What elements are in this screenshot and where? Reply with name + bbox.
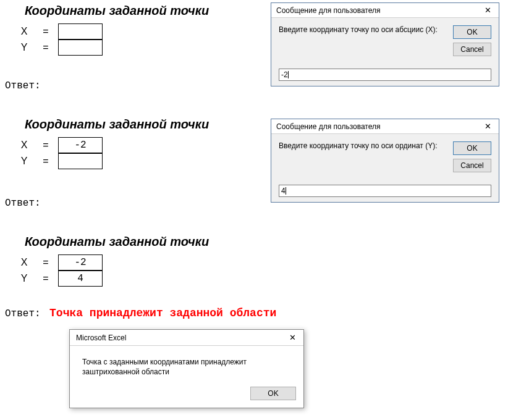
x-value-cell-1[interactable] bbox=[58, 23, 103, 40]
close-icon[interactable]: ✕ bbox=[476, 120, 499, 133]
answer-text-3: Точка принадлежит заданной области bbox=[49, 307, 276, 319]
ok-button[interactable]: OK bbox=[453, 141, 491, 155]
answer-label-1: Ответ: bbox=[5, 80, 41, 91]
input-dialog-2: Сообщение для пользователя ✕ Введите коо… bbox=[271, 119, 499, 203]
eq-label-3x: = bbox=[33, 257, 58, 268]
dialog-prompt-1: Введите координату точку по оси абсциис … bbox=[279, 25, 438, 34]
dialog-prompt-2: Введите координату точку по оси ординат … bbox=[279, 141, 438, 150]
answer-label-2: Ответ: bbox=[5, 198, 41, 209]
y-label-3: Y bbox=[15, 273, 33, 284]
x-label-2: X bbox=[15, 140, 33, 151]
input-dialog-1: Сообщение для пользователя ✕ Введите коо… bbox=[271, 2, 499, 86]
y-value-cell-1[interactable] bbox=[58, 40, 103, 56]
cancel-button[interactable]: Cancel bbox=[453, 43, 491, 56]
ok-button[interactable]: OK bbox=[453, 25, 491, 39]
x-value-cell-3[interactable]: -2 bbox=[58, 254, 103, 271]
dialog-title-1: Сообщение для пользователя bbox=[276, 6, 380, 15]
x-label-1: X bbox=[15, 26, 33, 37]
y-label-1: Y bbox=[15, 42, 33, 53]
y-value-cell-3[interactable]: 4 bbox=[58, 271, 103, 287]
dialog-title-2: Сообщение для пользователя bbox=[276, 122, 380, 131]
x-label-3: X bbox=[15, 257, 33, 268]
heading-coordinates-2: Координаты заданной точки bbox=[25, 117, 209, 132]
messagebox: Microsoft Excel ✕ Точка с заданными коор… bbox=[69, 329, 304, 408]
dialog-input-1[interactable]: -2 bbox=[279, 69, 491, 81]
x-value-cell-2[interactable]: -2 bbox=[58, 137, 103, 153]
heading-coordinates-3: Координаты заданной точки bbox=[25, 235, 209, 249]
messagebox-title: Microsoft Excel bbox=[76, 334, 126, 342]
close-icon[interactable]: ✕ bbox=[476, 4, 499, 17]
eq-label-3y: = bbox=[33, 273, 58, 284]
dialog-input-2[interactable]: 4 bbox=[279, 185, 491, 197]
dialog-input-value-1: -2 bbox=[281, 70, 288, 79]
close-icon[interactable]: ✕ bbox=[281, 331, 303, 345]
ok-button[interactable]: OK bbox=[250, 387, 296, 400]
heading-coordinates-1: Координаты заданной точки bbox=[25, 4, 209, 18]
eq-label-1x: = bbox=[33, 26, 58, 37]
eq-label-1y: = bbox=[33, 42, 58, 53]
dialog-input-value-2: 4 bbox=[281, 187, 286, 195]
y-label-2: Y bbox=[15, 156, 33, 167]
eq-label-2x: = bbox=[33, 140, 58, 151]
messagebox-text: Точка с заданными координатами принадлеж… bbox=[82, 358, 247, 376]
cancel-button[interactable]: Cancel bbox=[453, 159, 491, 172]
eq-label-2y: = bbox=[33, 156, 58, 167]
answer-label-3: Ответ: bbox=[5, 308, 41, 319]
y-value-cell-2[interactable] bbox=[58, 153, 103, 169]
